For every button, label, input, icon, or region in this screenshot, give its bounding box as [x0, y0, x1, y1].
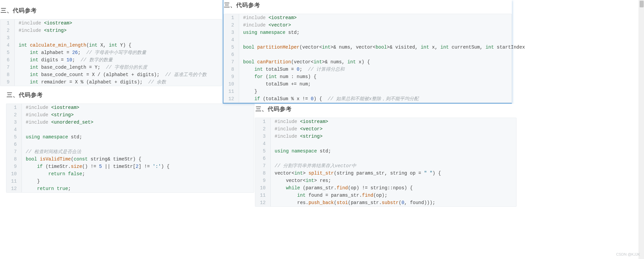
- code-line-content: for (int num : nums) {: [239, 73, 529, 80]
- code-line-content: vector<int> split_str(string params_str,…: [270, 170, 445, 177]
- line-number: 6: [6, 141, 21, 148]
- code-line-content: #include <vector>: [270, 125, 445, 133]
- line-number: 11: [255, 192, 270, 199]
- line-number: 4: [224, 36, 239, 44]
- code-line-content: vector<int> res;: [270, 177, 445, 184]
- code-block[interactable]: 1#include <iostream>2#include <vector>3u…: [223, 14, 512, 103]
- line-number: 7: [224, 58, 239, 66]
- code-line-content: [239, 51, 529, 58]
- line-number: 5: [224, 44, 239, 51]
- line-number: 3: [224, 29, 239, 36]
- code-block[interactable]: 1#include <iostream>2#include <vector>3#…: [255, 118, 517, 207]
- code-line: 4int calculate_min_length(int X, int Y) …: [0, 42, 211, 49]
- code-line-content: bool canPartition(vector<int>& nums, int…: [239, 58, 529, 66]
- line-number: 5: [0, 49, 14, 56]
- code-line: 12 res.push_back(stoi(params_str.substr(…: [255, 199, 445, 206]
- code-line-content: #include <string>: [21, 111, 173, 119]
- code-line-content: int calculate_min_length(int X, int Y) {: [14, 42, 211, 49]
- code-line: 8 int totalSum = 0; // 计算得分总和: [224, 66, 529, 73]
- line-number: 6: [224, 51, 239, 58]
- code-line: 3#include <unordered_set>: [6, 119, 173, 126]
- code-line: 3using namespace std;: [224, 29, 529, 36]
- code-line-content: int totalSum = 0; // 计算得分总和: [239, 66, 529, 73]
- code-line: 2#include <vector>: [255, 125, 445, 133]
- line-number: 7: [255, 162, 270, 170]
- code-line: 6 int digits = 10; // 数字的数量: [0, 56, 211, 64]
- code-line-content: int found = params_str.find(op);: [270, 192, 445, 199]
- code-panel: 三、代码参考1#include <iostream>2#include <str…: [6, 90, 254, 193]
- code-block[interactable]: 1#include <iostream>2#include <string>3#…: [6, 104, 254, 193]
- code-line: 1#include <iostream>: [224, 14, 529, 21]
- code-line: 4: [224, 36, 529, 44]
- code-line: 1#include <iostream>: [255, 118, 445, 125]
- line-number: 8: [255, 170, 270, 177]
- section-heading: 三、代码参考: [0, 5, 222, 19]
- code-line-content: [21, 126, 173, 133]
- code-line: 11 }: [224, 88, 529, 95]
- line-number: 6: [255, 155, 270, 162]
- code-line-content: #include <string>: [14, 27, 211, 34]
- code-line: 5 int alphabet = 26; // 字母表中小写字母的数量: [0, 49, 211, 56]
- code-line-content: #include <unordered_set>: [21, 119, 173, 126]
- code-line-content: int digits = 10; // 数字的数量: [14, 56, 211, 64]
- code-line-content: return false;: [21, 170, 173, 178]
- line-number: 2: [255, 125, 270, 133]
- code-line: 9 if (timeStr.size() != 5 || timeStr[2] …: [6, 163, 173, 170]
- code-line: 9 for (int num : nums) {: [224, 73, 529, 80]
- code-line: 6: [224, 51, 529, 58]
- code-line: 12 return true;: [6, 185, 173, 192]
- code-line: 10 return false;: [6, 170, 173, 178]
- code-line: 10 totalSum += num;: [224, 80, 529, 88]
- code-line-content: using namespace std;: [270, 147, 445, 155]
- line-number: 11: [6, 178, 21, 185]
- line-number: 1: [255, 118, 270, 125]
- code-panel: 三、代码参考1#include <iostream>2#include <vec…: [255, 104, 517, 207]
- code-line-content: while (params_str.find(op) != string::np…: [270, 184, 445, 192]
- code-line-content: int base_code_count = X / (alphabet + di…: [14, 71, 211, 78]
- code-line-content: #include <iostream>: [21, 104, 173, 111]
- watermark: CSDN @KJJK: [616, 252, 640, 256]
- scrollbar-thumb[interactable]: [640, 1, 644, 7]
- code-line: 4: [255, 140, 445, 147]
- code-line-content: #include <iostream>: [239, 14, 529, 21]
- section-heading: 三、代码参考: [6, 90, 254, 104]
- line-number: 3: [255, 133, 270, 140]
- scrollbar-track[interactable]: [639, 0, 644, 259]
- code-line: 11 }: [6, 178, 173, 185]
- code-panel: 三、代码参考1#include <iostream>2#include <vec…: [223, 0, 512, 104]
- line-number: 10: [6, 170, 21, 178]
- line-number: 9: [255, 177, 270, 184]
- line-number: 8: [0, 71, 14, 78]
- code-panel: 三、代码参考1#include <iostream>2#include <str…: [0, 5, 222, 89]
- code-line-content: return true;: [21, 185, 173, 192]
- line-number: 8: [224, 66, 239, 73]
- code-line: 6: [255, 155, 445, 162]
- code-line: 5using namespace std;: [255, 147, 445, 155]
- code-line-content: }: [239, 88, 529, 95]
- code-line-content: bool isValidTime(const string& timeStr) …: [21, 155, 173, 163]
- code-line: 11 int found = params_str.find(op);: [255, 192, 445, 199]
- code-line: 2#include <vector>: [224, 21, 529, 29]
- code-line: 2#include <string>: [6, 111, 173, 119]
- line-number: 4: [6, 126, 21, 133]
- line-number: 5: [255, 147, 270, 155]
- code-line: 12 if (totalSum % x != 0) { // 如果总和不能被x整…: [224, 95, 529, 103]
- line-number: 9: [0, 78, 14, 86]
- line-number: 2: [0, 27, 14, 34]
- code-line-content: [21, 141, 173, 148]
- line-number: 11: [224, 88, 239, 95]
- code-line-content: }: [21, 178, 173, 185]
- line-number: 5: [6, 133, 21, 141]
- code-line: 9 int remainder = X % (alphabet + digits…: [0, 78, 211, 86]
- code-block[interactable]: 1#include <iostream>2#include <string>3 …: [0, 19, 222, 86]
- code-line: 7 int base_code_length = Y; // 字母部分的长度: [0, 64, 211, 71]
- code-line-content: // 检查时间格式是否合法: [21, 148, 173, 155]
- line-number: 2: [224, 21, 239, 29]
- line-number: 6: [0, 56, 14, 64]
- code-line-content: [270, 140, 445, 147]
- code-line-content: using namespace std;: [21, 133, 173, 141]
- code-line-content: #include <iostream>: [14, 19, 211, 27]
- code-line: 8 int base_code_count = X / (alphabet + …: [0, 71, 211, 78]
- line-number: 8: [6, 155, 21, 163]
- line-number: 1: [0, 19, 14, 27]
